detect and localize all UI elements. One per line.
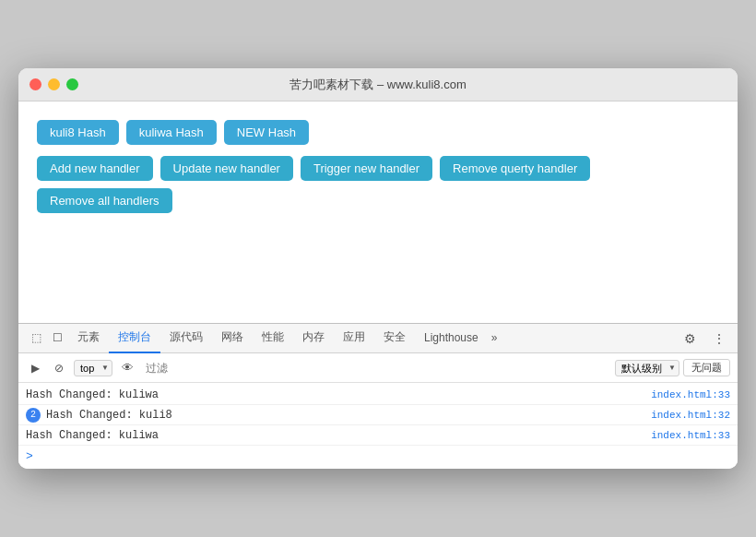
- update-new-handler-button[interactable]: Update new handler: [160, 156, 293, 181]
- console-badge-2: 2: [26, 408, 41, 423]
- window-title: 苦力吧素材下载 – www.kuli8.com: [289, 77, 466, 93]
- devtools-tabs: ⬚ ☐ 元素 控制台 源代码 网络 性能 内存 应用 安全 Lighthouse…: [18, 324, 738, 353]
- context-select[interactable]: top: [74, 360, 112, 376]
- cursor-icon: ⬚: [31, 331, 41, 344]
- block-button[interactable]: ⊘: [50, 359, 68, 377]
- console-link-1[interactable]: index.html:33: [651, 389, 730, 400]
- console-msg-2: Hash Changed: kuli8: [46, 409, 651, 422]
- tab-elements-icon-2[interactable]: ☐: [47, 324, 68, 353]
- close-button[interactable]: [30, 78, 41, 90]
- tab-security[interactable]: 安全: [374, 324, 415, 353]
- level-select-container: 默认级别: [615, 360, 679, 376]
- console-link-3[interactable]: index.html:33: [651, 430, 730, 441]
- top-select-wrapper: top: [74, 360, 112, 376]
- maximize-button[interactable]: [66, 78, 78, 90]
- console-output: Hash Changed: kuliwa index.html:33 2 Has…: [18, 383, 738, 469]
- clear-console-button[interactable]: ▶: [26, 359, 44, 377]
- remove-all-handlers-button[interactable]: Remove all handlers: [37, 188, 172, 213]
- more-tabs-button[interactable]: »: [488, 324, 502, 353]
- title-bar: 苦力吧素材下载 – www.kuli8.com: [18, 68, 738, 101]
- log-level-select[interactable]: 默认级别: [615, 360, 679, 376]
- inspect-icon: ☐: [53, 331, 63, 344]
- tab-memory[interactable]: 内存: [293, 324, 334, 353]
- add-new-handler-button[interactable]: Add new handler: [37, 156, 153, 181]
- console-link-2[interactable]: index.html:32: [651, 410, 730, 421]
- tab-elements-icon-1[interactable]: ⬚: [26, 324, 47, 353]
- console-prompt[interactable]: >: [18, 446, 738, 467]
- kuliwa-hash-button[interactable]: kuliwa Hash: [126, 120, 217, 145]
- kuli8-hash-button[interactable]: kuli8 Hash: [37, 120, 119, 145]
- devtools-icons: ⚙ ⋮: [679, 328, 730, 350]
- level-select-wrapper: 默认级别 无问题: [615, 359, 730, 376]
- console-filter-input[interactable]: [142, 362, 609, 375]
- console-row-1: Hash Changed: kuliwa index.html:33: [18, 385, 738, 405]
- no-issues-badge: 无问题: [683, 359, 730, 376]
- settings-icon-button[interactable]: ⚙: [679, 328, 701, 350]
- remove-querty-handler-button[interactable]: Remove querty handler: [440, 156, 590, 181]
- trigger-new-handler-button[interactable]: Trigger new handler: [301, 156, 432, 181]
- tab-network[interactable]: 网络: [212, 324, 253, 353]
- browser-window: 苦力吧素材下载 – www.kuli8.com kuli8 Hash kuliw…: [18, 68, 738, 469]
- more-options-icon-button[interactable]: ⋮: [708, 328, 730, 350]
- minimize-button[interactable]: [48, 78, 60, 90]
- devtools-panel: ⬚ ☐ 元素 控制台 源代码 网络 性能 内存 应用 安全 Lighthouse…: [18, 323, 738, 469]
- remove-all-row: Remove all handlers: [37, 188, 719, 213]
- tab-performance[interactable]: 性能: [253, 324, 293, 353]
- tab-sources[interactable]: 源代码: [160, 324, 212, 353]
- tab-console[interactable]: 控制台: [109, 324, 160, 353]
- console-msg-1: Hash Changed: kuliwa: [26, 388, 651, 401]
- eye-icon-button[interactable]: 👁: [118, 359, 136, 377]
- tab-application[interactable]: 应用: [334, 324, 374, 353]
- tab-elements[interactable]: 元素: [68, 324, 109, 353]
- tab-lighthouse[interactable]: Lighthouse: [415, 324, 488, 353]
- browser-content: kuli8 Hash kuliwa Hash NEW Hash Add new …: [18, 101, 738, 323]
- hash-buttons-row: kuli8 Hash kuliwa Hash NEW Hash: [37, 120, 719, 145]
- handler-buttons-row: Add new handler Update new handler Trigg…: [37, 156, 719, 181]
- console-row-3: Hash Changed: kuliwa index.html:33: [18, 425, 738, 446]
- console-msg-3: Hash Changed: kuliwa: [26, 429, 651, 442]
- new-hash-button[interactable]: NEW Hash: [224, 120, 309, 145]
- console-row-2: 2 Hash Changed: kuli8 index.html:32: [18, 405, 738, 425]
- traffic-lights: [30, 78, 78, 90]
- console-toolbar: ▶ ⊘ top 👁 默认级别 无问题: [18, 353, 738, 383]
